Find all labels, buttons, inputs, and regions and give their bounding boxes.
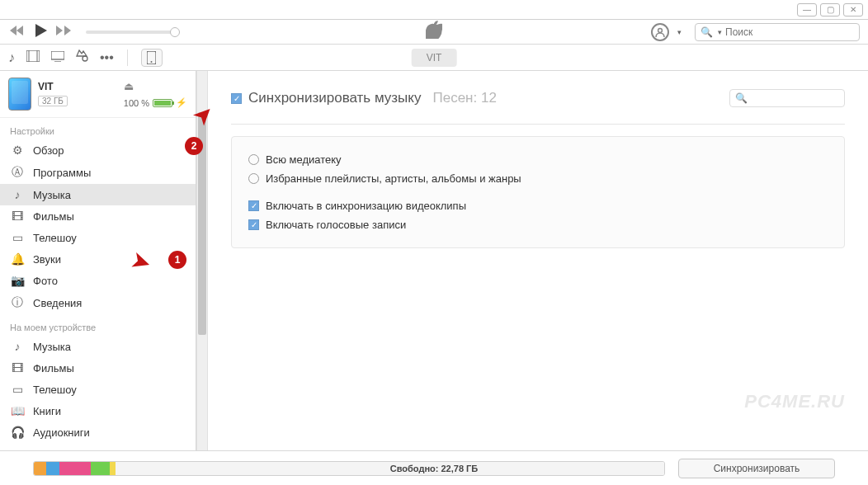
radio-icon: [248, 173, 259, 184]
more-icon[interactable]: •••: [100, 50, 114, 65]
sidebar-item-музыка[interactable]: ♪Музыка: [0, 184, 196, 205]
sidebar-item-аудиокниги[interactable]: 🎧Аудиокниги: [0, 421, 196, 443]
radio-selected-items[interactable]: Избранные плейлисты, артисты, альбомы и …: [248, 169, 828, 188]
sync-header: ✓ Синхронизировать музыку Песен: 12 🔍: [231, 89, 845, 125]
maximize-button[interactable]: ▢: [820, 3, 840, 16]
sidebar-item-фото[interactable]: 📷Фото: [0, 270, 196, 291]
music-library-icon[interactable]: ♪: [8, 50, 15, 65]
minimize-button[interactable]: —: [797, 3, 817, 16]
playback-controls: [8, 23, 73, 41]
svg-point-6: [83, 56, 87, 61]
volume-slider[interactable]: [86, 31, 177, 34]
sync-options-box: Всю медиатеку Избранные плейлисты, артис…: [231, 136, 845, 248]
song-count: Песен: 12: [432, 90, 496, 106]
movies-icon: 🎞: [10, 210, 25, 223]
capacity-segment: [59, 462, 91, 475]
radio-label: Избранные плейлисты, артисты, альбомы и …: [266, 172, 521, 185]
sidebar-item-label: Телешоу: [33, 384, 77, 396]
radio-entire-library[interactable]: Всю медиатеку: [248, 150, 828, 169]
sidebar-item-звуки[interactable]: 🔔Звуки: [0, 248, 196, 270]
search-icon: 🔍: [701, 26, 713, 38]
separator: [127, 49, 128, 66]
checkbox-include-voice[interactable]: ✓ Включать голосовые записи: [248, 215, 828, 234]
sync-button[interactable]: Синхронизировать: [678, 459, 835, 478]
content-search[interactable]: 🔍: [729, 89, 845, 107]
watermark: PC4ME.RU: [744, 391, 845, 412]
sidebar-item-обзор[interactable]: ⚙Обзор: [0, 139, 196, 161]
sidebar-item-label: Программы: [33, 167, 91, 179]
svg-point-8: [151, 61, 153, 63]
battery-status: 100 % ⚡: [124, 97, 187, 108]
sidebar-item-фильмы[interactable]: 🎞Фильмы: [0, 357, 196, 379]
sidebar-item-телешоу[interactable]: ▭Телешоу: [0, 227, 196, 248]
photos-icon: 📷: [10, 274, 25, 287]
checkbox-icon: ✓: [248, 200, 259, 211]
apps-library-icon[interactable]: [76, 49, 88, 65]
sidebar-item-программы[interactable]: ⒶПрограммы: [0, 161, 196, 184]
info-icon: ⓘ: [10, 295, 25, 310]
tv-icon: ▭: [10, 383, 25, 396]
audiobooks-icon: 🎧: [10, 426, 25, 439]
apple-logo-icon: [426, 21, 442, 43]
checkbox-include-videos[interactable]: ✓ Включать в синхронизацию видеоклипы: [248, 196, 828, 215]
play-icon[interactable]: [33, 23, 48, 41]
search-input[interactable]: [725, 26, 854, 38]
movies-library-icon[interactable]: [26, 50, 40, 65]
eject-icon[interactable]: ⏏: [124, 80, 134, 92]
tones-icon: 🔔: [10, 252, 25, 266]
sync-music-checkbox[interactable]: ✓: [231, 93, 242, 104]
sidebar-item-фильмы[interactable]: 🎞Фильмы: [0, 205, 196, 227]
device-tab[interactable]: VIT: [412, 49, 457, 67]
close-button[interactable]: ✕: [843, 3, 863, 16]
apps-icon: Ⓐ: [10, 165, 25, 180]
capacity-bar: [33, 461, 665, 476]
checkbox-label: Включать в синхронизацию видеоклипы: [266, 200, 466, 212]
sidebar-item-label: Обзор: [33, 144, 64, 157]
radio-icon: [248, 154, 259, 165]
sidebar-item-телешоу[interactable]: ▭Телешоу: [0, 379, 196, 400]
sidebar-item-label: Аудиокниги: [33, 426, 90, 439]
sidebar-item-label: Музыка: [33, 189, 71, 201]
prev-track-icon[interactable]: [8, 25, 25, 40]
sidebar-item-книги[interactable]: 📖Книги: [0, 400, 196, 421]
svg-point-0: [658, 28, 663, 32]
sidebar: VIT 32 ГБ ⏏ 100 % ⚡ Настройки ⚙ОбзорⒶПро…: [0, 71, 196, 459]
next-track-icon[interactable]: [56, 25, 73, 40]
sidebar-item-label: Телешоу: [33, 232, 77, 244]
sidebar-item-музыка[interactable]: ♪Музыка: [0, 336, 196, 357]
player-bar: ▾ 🔍▾: [0, 20, 868, 45]
device-thumbnail-icon: [8, 78, 31, 111]
sidebar-item-label: Фото: [33, 275, 58, 287]
sidebar-item-label: Книги: [33, 405, 61, 417]
capacity-segment: [34, 462, 46, 475]
movies-icon: 🎞: [10, 361, 25, 374]
capacity-segment: [46, 462, 59, 475]
window-titlebar: — ▢ ✕: [0, 0, 868, 20]
account-caret-icon[interactable]: ▾: [677, 28, 682, 36]
device-capacity: 32 ГБ: [38, 96, 68, 106]
search-caret-icon: ▾: [718, 28, 722, 36]
music-icon: ♪: [10, 188, 25, 201]
search-field[interactable]: 🔍▾: [695, 23, 860, 41]
music-icon: ♪: [10, 340, 25, 353]
device-button[interactable]: [141, 49, 163, 67]
sidebar-item-label: Фильмы: [33, 362, 74, 374]
main-area: VIT 32 ГБ ⏏ 100 % ⚡ Настройки ⚙ОбзорⒶПро…: [0, 71, 868, 459]
sidebar-item-сведения[interactable]: ⓘСведения: [0, 291, 196, 314]
svg-rect-1: [26, 50, 40, 62]
battery-icon: [153, 99, 172, 107]
sidebar-scrollbar[interactable]: [196, 71, 208, 459]
sync-music-label: Синхронизировать музыку: [248, 90, 421, 106]
content-pane: ✓ Синхронизировать музыку Песен: 12 🔍 Вс…: [208, 71, 868, 459]
sidebar-item-label: Сведения: [33, 297, 82, 309]
device-header: VIT 32 ГБ ⏏ 100 % ⚡: [0, 71, 196, 118]
sidebar-item-label: Музыка: [33, 341, 71, 353]
tv-library-icon[interactable]: [51, 50, 64, 65]
search-icon: 🔍: [735, 92, 748, 104]
device-name: VIT: [38, 81, 117, 92]
settings-icon: ⚙: [10, 144, 25, 157]
checkbox-icon: ✓: [248, 219, 259, 230]
account-icon[interactable]: [651, 23, 669, 41]
svg-rect-4: [51, 51, 64, 59]
sidebar-item-label: Звуки: [33, 253, 61, 266]
